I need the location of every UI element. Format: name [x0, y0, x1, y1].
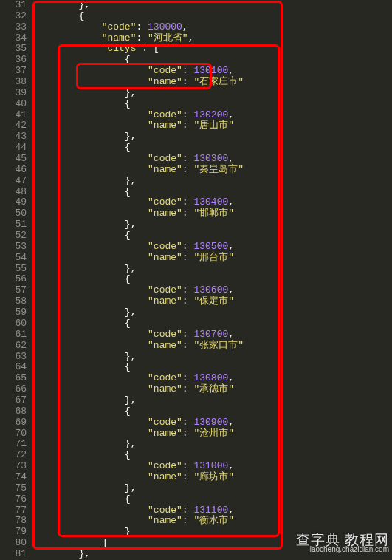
code-line[interactable]: }, — [32, 549, 392, 560]
code-line[interactable]: { — [32, 494, 392, 505]
code-editor[interactable]: 3132333435363738394041424344454647484950… — [0, 0, 392, 560]
code-line[interactable]: { — [32, 274, 392, 285]
code-line[interactable]: "name": "承德市" — [32, 384, 392, 395]
token-punct: : — [182, 428, 194, 439]
code-line[interactable]: { — [32, 55, 392, 66]
token-punct: }, — [125, 438, 137, 449]
code-line[interactable]: }, — [32, 88, 392, 99]
code-line[interactable]: "citys": [ — [32, 44, 392, 55]
code-line[interactable]: "code": 131100, — [32, 505, 392, 516]
code-line[interactable]: "name": "石家庄市" — [32, 77, 392, 88]
code-line[interactable]: }, — [32, 264, 392, 275]
line-number: 65 — [4, 373, 27, 384]
code-line[interactable]: "name": "河北省", — [32, 33, 392, 44]
token-punct: }, — [125, 395, 137, 406]
token-key: "name" — [148, 515, 182, 526]
code-line[interactable]: { — [32, 11, 392, 22]
line-number: 74 — [4, 472, 27, 483]
token-punct: : — [182, 417, 194, 428]
code-line[interactable]: "name": "廊坊市" — [32, 472, 392, 483]
code-line[interactable]: }, — [32, 0, 392, 11]
token-punct: { — [125, 406, 131, 417]
token-key: "code" — [148, 372, 182, 383]
token-punct: }, — [125, 307, 137, 318]
code-line[interactable]: }, — [32, 483, 392, 494]
line-number: 37 — [4, 66, 27, 77]
line-number: 44 — [4, 143, 27, 154]
code-line[interactable]: { — [32, 187, 392, 198]
code-line[interactable]: "name": "衡水市" — [32, 516, 392, 527]
code-line[interactable]: "name": "邢台市" — [32, 253, 392, 264]
code-line[interactable]: }, — [32, 352, 392, 363]
code-line[interactable]: { — [32, 362, 392, 373]
code-line[interactable]: { — [32, 406, 392, 417]
line-number: 52 — [4, 231, 27, 242]
code-line[interactable]: "code": 130500, — [32, 242, 392, 253]
code-line[interactable]: "code": 131000, — [32, 461, 392, 472]
line-number: 62 — [4, 341, 27, 352]
code-line[interactable]: { — [32, 318, 392, 329]
code-line[interactable]: }, — [32, 132, 392, 143]
token-punct: : — [182, 197, 194, 208]
token-key: "name" — [148, 471, 182, 482]
token-punct: { — [125, 494, 131, 505]
token-str: "张家口市" — [193, 340, 244, 351]
token-key: "code" — [148, 460, 182, 471]
code-line[interactable]: "name": "保定市" — [32, 296, 392, 307]
token-punct: , — [228, 505, 234, 516]
code-line[interactable]: "code": 130900, — [32, 417, 392, 428]
code-line[interactable]: "code": 130700, — [32, 329, 392, 341]
token-punct: : [ — [142, 43, 159, 54]
code-line[interactable]: "code": 130600, — [32, 285, 392, 296]
code-line[interactable]: "name": "张家口市" — [32, 341, 392, 352]
code-line[interactable]: }, — [32, 439, 392, 450]
code-line[interactable]: "code": 130800, — [32, 373, 392, 384]
token-punct: : — [136, 33, 148, 44]
line-number: 50 — [4, 208, 27, 219]
token-punct: { — [125, 230, 131, 241]
token-punct: }, — [78, 0, 90, 10]
code-line[interactable]: }, — [32, 307, 392, 318]
line-number: 35 — [4, 44, 27, 55]
code-line[interactable]: "name": "唐山市" — [32, 120, 392, 132]
code-line[interactable]: "name": "秦皇岛市" — [32, 165, 392, 176]
token-punct: : — [182, 296, 194, 307]
code-line[interactable]: }, — [32, 219, 392, 231]
token-punct: { — [125, 98, 131, 109]
code-line[interactable]: "code": 130200, — [32, 110, 392, 121]
line-number: 45 — [4, 154, 27, 165]
code-line[interactable]: { — [32, 143, 392, 154]
code-line[interactable]: }, — [32, 176, 392, 187]
token-punct: { — [125, 54, 131, 65]
code-line[interactable]: }, — [32, 395, 392, 406]
token-str: "承德市" — [193, 383, 234, 395]
line-number: 78 — [4, 516, 27, 527]
code-area[interactable]: }, { "code": 130000, "name": "河北省", "cit… — [32, 0, 392, 560]
code-line[interactable]: { — [32, 99, 392, 110]
code-line[interactable]: { — [32, 450, 392, 461]
code-line[interactable]: { — [32, 231, 392, 242]
code-line[interactable]: "code": 130000, — [32, 22, 392, 33]
token-punct: , — [228, 460, 234, 471]
token-punct: : — [182, 505, 194, 516]
code-line[interactable]: "code": 130400, — [32, 197, 392, 208]
token-num: 130400 — [193, 197, 228, 208]
token-key: "code" — [148, 284, 182, 296]
code-line[interactable]: "code": 130300, — [32, 154, 392, 165]
code-line[interactable]: "name": "沧州市" — [32, 428, 392, 440]
code-line[interactable]: } — [32, 527, 392, 538]
line-number: 43 — [4, 132, 27, 143]
token-punct: , — [228, 109, 234, 120]
code-line[interactable]: ] — [32, 538, 392, 549]
token-str: "石家庄市" — [193, 76, 244, 87]
code-line[interactable]: "name": "邯郸市" — [32, 208, 392, 219]
line-number: 32 — [4, 11, 27, 22]
line-number: 61 — [4, 329, 27, 341]
token-punct: }, — [125, 175, 137, 186]
token-punct: , — [188, 33, 194, 44]
token-punct: , — [228, 197, 234, 208]
line-number: 81 — [4, 549, 27, 560]
code-line[interactable]: "code": 130100, — [32, 66, 392, 77]
line-number: 60 — [4, 318, 27, 329]
token-punct: : — [182, 515, 194, 526]
